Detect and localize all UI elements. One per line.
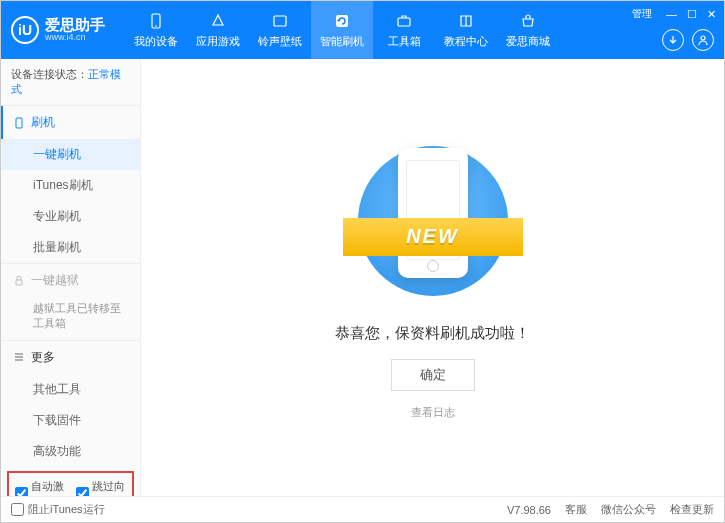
menu-icon	[13, 351, 25, 363]
sidebar-more-title: 更多	[31, 349, 55, 366]
window-controls: 管理 — ☐ ✕	[632, 7, 716, 21]
app-window: iU 爱思助手 www.i4.cn 我的设备 应用游戏 铃声壁纸 智能刷机	[0, 0, 725, 523]
main-content: NEW 恭喜您，保资料刷机成功啦！ 确定 查看日志	[141, 59, 724, 496]
skip-guide-label: 跳过向导	[92, 479, 127, 496]
logo: iU 爱思助手 www.i4.cn	[11, 16, 105, 44]
option-checkboxes: 自动激活 跳过向导	[7, 471, 134, 496]
sidebar-jailbreak-header: 一键越狱	[1, 264, 140, 297]
sidebar-jailbreak-note: 越狱工具已转移至工具箱	[1, 297, 140, 340]
nav-apps[interactable]: 应用游戏	[187, 1, 249, 59]
nav-ringtones[interactable]: 铃声壁纸	[249, 1, 311, 59]
sidebar-jailbreak-title: 一键越狱	[31, 272, 79, 289]
statusbar: 阻止iTunes运行 V7.98.66 客服 微信公众号 检查更新	[1, 496, 724, 522]
phone-small-icon	[13, 117, 25, 129]
sidebar-item-advanced[interactable]: 高级功能	[1, 436, 140, 467]
nav-toolbox[interactable]: 工具箱	[373, 1, 435, 59]
auto-activate-label: 自动激活	[31, 479, 66, 496]
sidebar-item-other[interactable]: 其他工具	[1, 374, 140, 405]
nav-my-device[interactable]: 我的设备	[125, 1, 187, 59]
auto-activate-checkbox[interactable]: 自动激活	[15, 479, 66, 496]
svg-point-5	[701, 36, 705, 40]
body: 设备连接状态：正常模式 刷机 一键刷机 iTunes刷机 专业刷机 批量刷机 一…	[1, 59, 724, 496]
logo-icon: iU	[11, 16, 39, 44]
svg-rect-6	[16, 118, 22, 128]
lock-icon	[13, 275, 25, 287]
service-link[interactable]: 客服	[565, 502, 587, 517]
brand-url: www.i4.cn	[45, 33, 105, 43]
connection-status: 设备连接状态：正常模式	[1, 59, 140, 105]
nav-label: 铃声壁纸	[258, 34, 302, 49]
view-log-link[interactable]: 查看日志	[411, 405, 455, 420]
sidebar-item-batch[interactable]: 批量刷机	[1, 232, 140, 263]
sidebar-item-pro[interactable]: 专业刷机	[1, 201, 140, 232]
close-icon[interactable]: ✕	[707, 8, 716, 21]
phone-icon	[147, 12, 165, 30]
ok-button[interactable]: 确定	[391, 359, 475, 391]
svg-point-1	[155, 25, 157, 27]
wechat-link[interactable]: 微信公众号	[601, 502, 656, 517]
block-itunes-checkbox[interactable]: 阻止iTunes运行	[11, 502, 105, 517]
version-label: V7.98.66	[507, 504, 551, 516]
sidebar-more-header[interactable]: 更多	[1, 341, 140, 374]
new-ribbon: NEW	[343, 218, 523, 256]
maximize-icon[interactable]: ☐	[687, 8, 697, 21]
sidebar-item-firmware[interactable]: 下载固件	[1, 405, 140, 436]
top-nav: 我的设备 应用游戏 铃声壁纸 智能刷机 工具箱 教程中心	[125, 1, 559, 59]
sidebar-item-oneclick[interactable]: 一键刷机	[1, 139, 140, 170]
sidebar-flash-title: 刷机	[31, 114, 55, 131]
user-icon[interactable]	[692, 29, 714, 51]
conn-label: 设备连接状态：	[11, 68, 88, 80]
titlebar-menu[interactable]: 管理	[632, 7, 652, 21]
nav-tutorials[interactable]: 教程中心	[435, 1, 497, 59]
book-icon	[457, 12, 475, 30]
sidebar-item-itunes[interactable]: iTunes刷机	[1, 170, 140, 201]
flash-icon	[333, 12, 351, 30]
minimize-icon[interactable]: —	[666, 8, 677, 21]
svg-rect-7	[16, 280, 22, 285]
skip-guide-checkbox[interactable]: 跳过向导	[76, 479, 127, 496]
sidebar: 设备连接状态：正常模式 刷机 一键刷机 iTunes刷机 专业刷机 批量刷机 一…	[1, 59, 141, 496]
nav-label: 教程中心	[444, 34, 488, 49]
sidebar-flash-header[interactable]: 刷机	[1, 106, 140, 139]
wallpaper-icon	[271, 12, 289, 30]
nav-flash[interactable]: 智能刷机	[311, 1, 373, 59]
update-link[interactable]: 检查更新	[670, 502, 714, 517]
nav-label: 爱思商城	[506, 34, 550, 49]
download-icon[interactable]	[662, 29, 684, 51]
nav-label: 智能刷机	[320, 34, 364, 49]
nav-label: 应用游戏	[196, 34, 240, 49]
titlebar: iU 爱思助手 www.i4.cn 我的设备 应用游戏 铃声壁纸 智能刷机	[1, 1, 724, 59]
brand-name: 爱思助手	[45, 17, 105, 34]
nav-label: 工具箱	[388, 34, 421, 49]
phone-illustration-icon	[398, 148, 468, 278]
nav-store[interactable]: 爱思商城	[497, 1, 559, 59]
svg-rect-2	[274, 16, 286, 26]
svg-rect-4	[398, 18, 410, 26]
apps-icon	[209, 12, 227, 30]
store-icon	[519, 12, 537, 30]
success-message: 恭喜您，保资料刷机成功啦！	[335, 324, 530, 343]
toolbox-icon	[395, 12, 413, 30]
user-icons	[662, 29, 714, 51]
block-itunes-label: 阻止iTunes运行	[28, 502, 105, 517]
nav-label: 我的设备	[134, 34, 178, 49]
success-illustration: NEW	[348, 136, 518, 306]
